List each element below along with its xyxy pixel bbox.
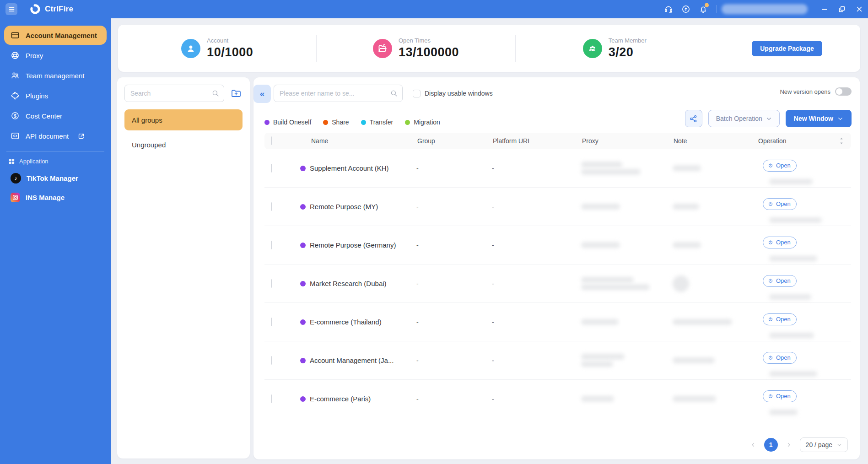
restore-button[interactable] <box>833 0 851 18</box>
proxy-value-blurred <box>581 394 673 403</box>
display-usable-checkbox-row[interactable]: Display usable windows <box>413 90 493 97</box>
instagram-icon <box>11 193 20 202</box>
group-search-input[interactable] <box>124 85 224 102</box>
row-checkbox[interactable] <box>271 356 272 365</box>
minimize-button[interactable] <box>816 0 833 18</box>
update-button[interactable] <box>677 0 695 18</box>
sidebar-item-team-management[interactable]: Team management <box>4 66 107 85</box>
add-group-button[interactable] <box>231 88 243 99</box>
open-label: Open <box>776 162 791 169</box>
folder-plus-icon <box>231 88 242 99</box>
open-window-button[interactable]: Open <box>763 160 797 172</box>
group-value: - <box>416 357 492 364</box>
new-window-button[interactable]: New Window <box>786 110 852 127</box>
platform-url-value: - <box>492 395 581 403</box>
group-value: - <box>416 242 492 249</box>
sidebar-item-proxy[interactable]: Proxy <box>4 46 107 65</box>
chevron-down-icon <box>837 116 843 122</box>
row-checkbox[interactable] <box>271 241 272 249</box>
open-time-blurred <box>769 333 814 338</box>
legend-share: Share <box>323 119 349 126</box>
batch-operation-button[interactable]: Batch Operation <box>708 110 780 127</box>
chevron-down-icon <box>837 442 842 448</box>
notifications-button[interactable] <box>695 0 712 18</box>
row-checkbox[interactable] <box>271 318 272 326</box>
display-usable-checkbox[interactable] <box>413 90 421 97</box>
open-window-button[interactable]: Open <box>763 352 797 364</box>
team-member-stat-icon <box>583 39 602 58</box>
sidebar-item-ins-manage[interactable]: INS Manage <box>4 188 107 207</box>
close-button[interactable] <box>851 0 868 18</box>
menu-toggle-button[interactable] <box>5 3 17 15</box>
table-row: Market Research (Dubai) - - Open <box>264 264 851 303</box>
stat-team-member: Team Member 3/20 <box>515 35 714 62</box>
support-button[interactable] <box>660 0 677 18</box>
open-window-button[interactable]: Open <box>763 313 797 325</box>
group-value: - <box>416 203 492 210</box>
sidebar-item-api-document[interactable]: API document <box>4 126 107 146</box>
table-row: E-commerce (Paris) - - Open <box>264 380 851 418</box>
batch-operation-label: Batch Operation <box>716 115 762 122</box>
sidebar-item-plugins[interactable]: Plugins <box>4 86 107 105</box>
sidebar-app-label: TikTok Manager <box>27 174 78 182</box>
sync-icon <box>681 5 690 14</box>
open-label: Open <box>776 200 791 207</box>
upgrade-package-button[interactable]: Upgrade Package <box>752 41 822 56</box>
browser-window-icon <box>11 31 20 40</box>
window-name: Remote Purpose (MY) <box>310 203 378 210</box>
build-oneself-dot <box>300 319 306 325</box>
next-page-button[interactable] <box>784 440 793 449</box>
group-item-all[interactable]: All groups <box>124 109 243 130</box>
share-button[interactable] <box>685 110 702 127</box>
stat-label: Open Times <box>399 37 459 44</box>
prev-page-button[interactable] <box>749 440 758 449</box>
legend-label: Migration <box>414 119 440 126</box>
open-label: Open <box>776 354 791 361</box>
page-size-select[interactable]: 20 / page <box>800 437 848 452</box>
note-value-blurred <box>673 396 757 402</box>
logo-icon <box>29 3 41 15</box>
build-oneself-dot <box>300 358 306 363</box>
sidebar-item-account-management[interactable]: Account Management <box>4 26 107 45</box>
row-checkbox[interactable] <box>271 279 272 288</box>
window-search-input[interactable] <box>274 85 403 102</box>
type-legend: Build Oneself Share Transfer Migration <box>264 119 440 126</box>
sort-toggle[interactable] <box>837 136 846 147</box>
group-item-ungrouped[interactable]: Ungrouped <box>124 134 243 155</box>
windows-panel: « Display usable windows New version ope… <box>253 77 860 459</box>
row-checkbox[interactable] <box>271 164 272 173</box>
stat-account: Account 10/1000 <box>118 35 316 62</box>
cost-icon <box>11 111 20 120</box>
stat-label: Account <box>207 37 253 44</box>
power-icon <box>768 201 773 207</box>
usage-stats-card: Account 10/1000 Open Times 13/100000 Tea… <box>118 25 860 72</box>
title-bar: CtrlFire <box>0 0 868 18</box>
open-window-button[interactable]: Open <box>763 237 797 248</box>
open-time-blurred <box>769 256 817 261</box>
group-label: All groups <box>132 116 162 124</box>
sidebar-item-cost-center[interactable]: Cost Center <box>4 106 107 125</box>
row-checkbox[interactable] <box>271 394 272 403</box>
sidebar-item-tiktok-manager[interactable]: ♪ TikTok Manager <box>4 168 107 188</box>
collapse-groups-button[interactable]: « <box>253 85 271 103</box>
open-window-button[interactable]: Open <box>763 198 797 210</box>
page-number-1[interactable]: 1 <box>764 438 778 452</box>
chevron-right-icon <box>786 442 792 448</box>
build-oneself-dot <box>300 243 306 248</box>
sidebar-item-label: API document <box>26 132 69 140</box>
table-header: Name Group Platform URL Proxy Note Opera… <box>264 133 851 149</box>
platform-url-value: - <box>492 318 581 326</box>
select-all-checkbox[interactable] <box>271 136 272 145</box>
new-version-toggle[interactable] <box>835 87 852 96</box>
header-name: Name <box>293 137 416 145</box>
external-link-icon <box>77 132 85 140</box>
note-value-blurred <box>673 357 757 363</box>
row-checkbox[interactable] <box>271 202 272 211</box>
power-icon <box>768 240 773 245</box>
open-window-button[interactable]: Open <box>763 390 797 402</box>
open-window-button[interactable]: Open <box>763 275 797 287</box>
user-account-blurred[interactable] <box>722 4 808 14</box>
group-icon <box>587 43 598 54</box>
sidebar-item-label: Team management <box>26 72 84 80</box>
new-version-toggle-row: New version opens <box>780 87 852 96</box>
